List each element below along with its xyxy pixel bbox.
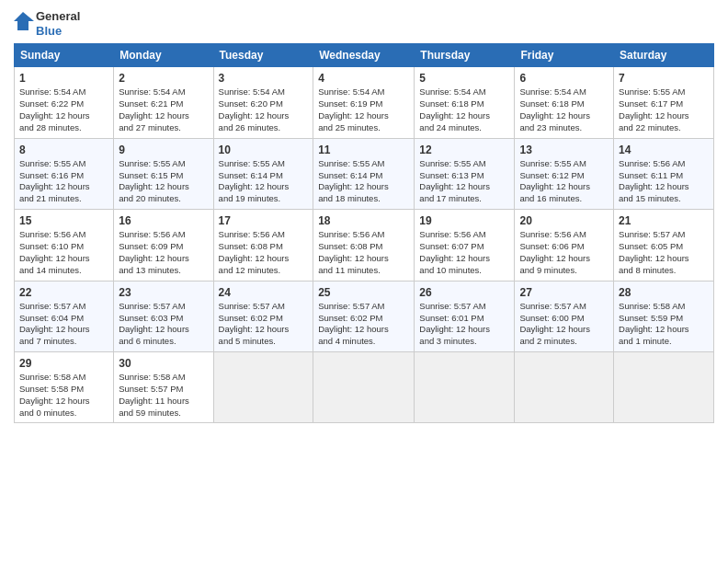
week-row-3: 15Sunrise: 5:56 AM Sunset: 6:10 PM Dayli… (15, 210, 714, 281)
day-cell: 25Sunrise: 5:57 AM Sunset: 6:02 PM Dayli… (313, 281, 415, 351)
day-number: 24 (219, 285, 309, 300)
day-number: 26 (419, 285, 509, 300)
day-info: Sunrise: 5:58 AM Sunset: 5:59 PM Dayligh… (619, 301, 709, 348)
day-cell: 20Sunrise: 5:56 AM Sunset: 6:06 PM Dayli… (515, 210, 614, 281)
day-info: Sunrise: 5:57 AM Sunset: 6:02 PM Dayligh… (219, 301, 309, 348)
day-info: Sunrise: 5:55 AM Sunset: 6:16 PM Dayligh… (19, 158, 108, 205)
day-info: Sunrise: 5:56 AM Sunset: 6:08 PM Dayligh… (219, 229, 309, 276)
col-header-tuesday: Tuesday (213, 44, 313, 67)
day-number: 29 (19, 356, 108, 371)
logo-bird-icon (14, 10, 34, 38)
day-number: 8 (19, 143, 108, 157)
day-number: 21 (619, 213, 709, 228)
day-cell: 26Sunrise: 5:57 AM Sunset: 6:01 PM Dayli… (415, 281, 515, 351)
logo-text: GeneralBlue (36, 9, 80, 38)
day-info: Sunrise: 5:55 AM Sunset: 6:15 PM Dayligh… (119, 158, 208, 205)
day-number: 1 (19, 71, 108, 86)
week-row-4: 22Sunrise: 5:57 AM Sunset: 6:04 PM Dayli… (15, 281, 714, 351)
day-info: Sunrise: 5:57 AM Sunset: 6:02 PM Dayligh… (318, 301, 409, 348)
day-number: 25 (318, 285, 409, 300)
svg-marker-0 (14, 12, 34, 30)
day-cell: 24Sunrise: 5:57 AM Sunset: 6:02 PM Dayli… (213, 281, 313, 351)
day-info: Sunrise: 5:54 AM Sunset: 6:22 PM Dayligh… (19, 86, 108, 133)
day-info: Sunrise: 5:58 AM Sunset: 5:57 PM Dayligh… (119, 372, 208, 419)
day-cell (415, 351, 515, 422)
day-number: 12 (419, 143, 509, 157)
day-info: Sunrise: 5:57 AM Sunset: 6:05 PM Dayligh… (619, 229, 709, 276)
day-number: 23 (119, 285, 208, 300)
day-info: Sunrise: 5:54 AM Sunset: 6:20 PM Dayligh… (219, 86, 309, 133)
logo: GeneralBlue (14, 9, 80, 38)
day-cell: 2Sunrise: 5:54 AM Sunset: 6:21 PM Daylig… (114, 67, 213, 138)
day-info: Sunrise: 5:57 AM Sunset: 6:04 PM Dayligh… (19, 301, 108, 348)
day-number: 18 (318, 213, 409, 228)
day-info: Sunrise: 5:54 AM Sunset: 6:19 PM Dayligh… (318, 86, 409, 133)
calendar-table: SundayMondayTuesdayWednesdayThursdayFrid… (14, 43, 714, 423)
day-cell: 19Sunrise: 5:56 AM Sunset: 6:07 PM Dayli… (415, 210, 515, 281)
day-cell: 4Sunrise: 5:54 AM Sunset: 6:19 PM Daylig… (313, 67, 415, 138)
header-row: SundayMondayTuesdayWednesdayThursdayFrid… (15, 44, 714, 67)
day-cell: 5Sunrise: 5:54 AM Sunset: 6:18 PM Daylig… (415, 67, 515, 138)
day-number: 15 (19, 213, 108, 228)
day-cell (614, 351, 714, 422)
page: GeneralBlue SundayMondayTuesdayWednesday… (0, 0, 728, 432)
day-number: 5 (419, 71, 509, 86)
day-number: 28 (619, 285, 709, 300)
day-info: Sunrise: 5:57 AM Sunset: 6:00 PM Dayligh… (519, 301, 609, 348)
day-number: 2 (119, 71, 208, 86)
day-info: Sunrise: 5:56 AM Sunset: 6:07 PM Dayligh… (419, 229, 509, 276)
day-info: Sunrise: 5:56 AM Sunset: 6:09 PM Dayligh… (119, 229, 208, 276)
col-header-friday: Friday (515, 44, 614, 67)
col-header-wednesday: Wednesday (313, 44, 415, 67)
day-number: 13 (519, 143, 609, 157)
day-info: Sunrise: 5:56 AM Sunset: 6:06 PM Dayligh… (519, 229, 609, 276)
day-cell: 11Sunrise: 5:55 AM Sunset: 6:14 PM Dayli… (313, 138, 415, 209)
day-cell: 27Sunrise: 5:57 AM Sunset: 6:00 PM Dayli… (515, 281, 614, 351)
day-cell: 29Sunrise: 5:58 AM Sunset: 5:58 PM Dayli… (15, 351, 114, 422)
day-number: 19 (419, 213, 509, 228)
day-info: Sunrise: 5:54 AM Sunset: 6:21 PM Dayligh… (119, 86, 208, 133)
day-cell: 30Sunrise: 5:58 AM Sunset: 5:57 PM Dayli… (114, 351, 213, 422)
week-row-2: 8Sunrise: 5:55 AM Sunset: 6:16 PM Daylig… (15, 138, 714, 209)
week-row-5: 29Sunrise: 5:58 AM Sunset: 5:58 PM Dayli… (15, 351, 714, 422)
day-info: Sunrise: 5:55 AM Sunset: 6:14 PM Dayligh… (318, 158, 409, 205)
day-cell: 12Sunrise: 5:55 AM Sunset: 6:13 PM Dayli… (415, 138, 515, 209)
day-cell (515, 351, 614, 422)
day-cell (313, 351, 415, 422)
day-cell (213, 351, 313, 422)
day-cell: 6Sunrise: 5:54 AM Sunset: 6:18 PM Daylig… (515, 67, 614, 138)
day-cell: 17Sunrise: 5:56 AM Sunset: 6:08 PM Dayli… (213, 210, 313, 281)
day-info: Sunrise: 5:54 AM Sunset: 6:18 PM Dayligh… (419, 86, 509, 133)
header: GeneralBlue (14, 9, 714, 38)
day-cell: 8Sunrise: 5:55 AM Sunset: 6:16 PM Daylig… (15, 138, 114, 209)
day-info: Sunrise: 5:56 AM Sunset: 6:10 PM Dayligh… (19, 229, 108, 276)
day-number: 20 (519, 213, 609, 228)
day-info: Sunrise: 5:56 AM Sunset: 6:11 PM Dayligh… (619, 158, 709, 205)
day-cell: 13Sunrise: 5:55 AM Sunset: 6:12 PM Dayli… (515, 138, 614, 209)
day-info: Sunrise: 5:58 AM Sunset: 5:58 PM Dayligh… (19, 372, 108, 419)
col-header-sunday: Sunday (15, 44, 114, 67)
day-info: Sunrise: 5:54 AM Sunset: 6:18 PM Dayligh… (519, 86, 609, 133)
col-header-thursday: Thursday (415, 44, 515, 67)
day-cell: 18Sunrise: 5:56 AM Sunset: 6:08 PM Dayli… (313, 210, 415, 281)
day-number: 3 (219, 71, 309, 86)
day-cell: 10Sunrise: 5:55 AM Sunset: 6:14 PM Dayli… (213, 138, 313, 209)
day-number: 16 (119, 213, 208, 228)
week-row-1: 1Sunrise: 5:54 AM Sunset: 6:22 PM Daylig… (15, 67, 714, 138)
day-number: 22 (19, 285, 108, 300)
day-cell: 14Sunrise: 5:56 AM Sunset: 6:11 PM Dayli… (614, 138, 714, 209)
col-header-monday: Monday (114, 44, 213, 67)
day-cell: 1Sunrise: 5:54 AM Sunset: 6:22 PM Daylig… (15, 67, 114, 138)
day-cell: 3Sunrise: 5:54 AM Sunset: 6:20 PM Daylig… (213, 67, 313, 138)
day-cell: 7Sunrise: 5:55 AM Sunset: 6:17 PM Daylig… (614, 67, 714, 138)
day-info: Sunrise: 5:55 AM Sunset: 6:13 PM Dayligh… (419, 158, 509, 205)
day-cell: 23Sunrise: 5:57 AM Sunset: 6:03 PM Dayli… (114, 281, 213, 351)
day-number: 30 (119, 356, 208, 371)
col-header-saturday: Saturday (614, 44, 714, 67)
day-info: Sunrise: 5:57 AM Sunset: 6:01 PM Dayligh… (419, 301, 509, 348)
day-cell: 28Sunrise: 5:58 AM Sunset: 5:59 PM Dayli… (614, 281, 714, 351)
day-number: 11 (318, 143, 409, 157)
day-number: 17 (219, 213, 309, 228)
day-number: 9 (119, 143, 208, 157)
day-number: 4 (318, 71, 409, 86)
